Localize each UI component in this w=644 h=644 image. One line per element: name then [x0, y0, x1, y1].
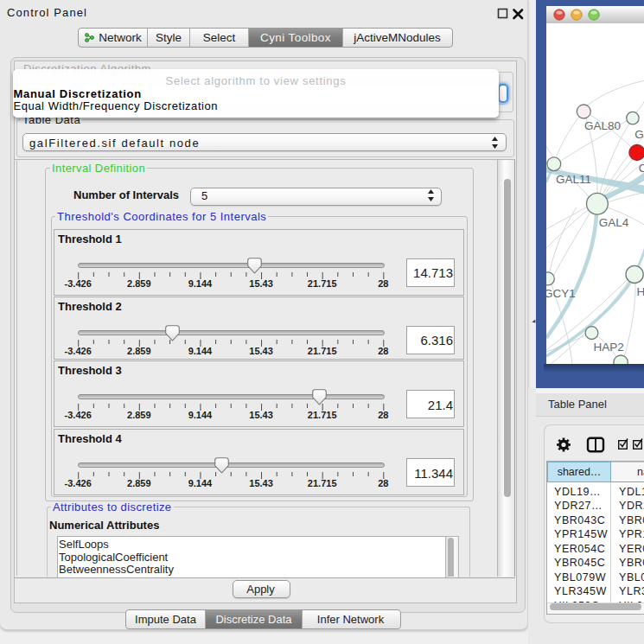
svg-text:HAP2: HAP2 [593, 341, 623, 354]
svg-text:H: H [637, 285, 644, 298]
svg-text:GAL11: GAL11 [556, 173, 591, 186]
svg-text:C: C [639, 162, 644, 175]
svg-text:GCY1: GCY1 [546, 287, 576, 300]
svg-text:GA: GA [634, 128, 644, 141]
svg-text:GAL80: GAL80 [584, 119, 621, 132]
svg-text:GAL4: GAL4 [599, 216, 629, 229]
